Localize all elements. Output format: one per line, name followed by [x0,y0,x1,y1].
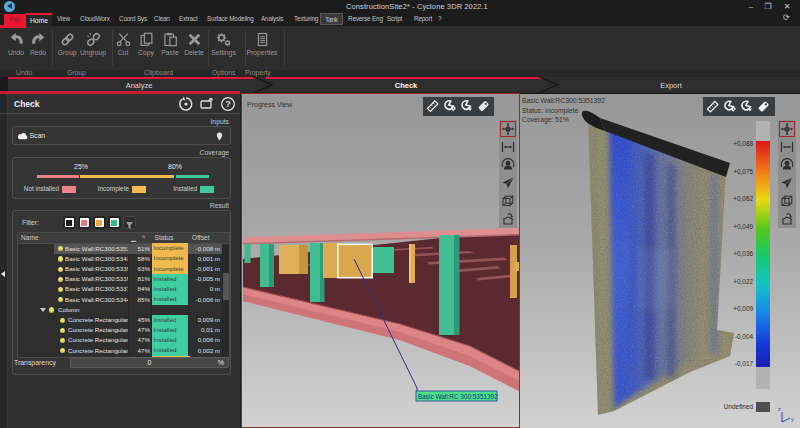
svg-text:?: ? [225,99,231,109]
svg-text:Basic Wall:RC 300:5351392: Basic Wall:RC 300:5351392 [418,393,498,400]
svg-text:y: y [791,416,794,422]
svg-text:z: z [778,406,781,412]
